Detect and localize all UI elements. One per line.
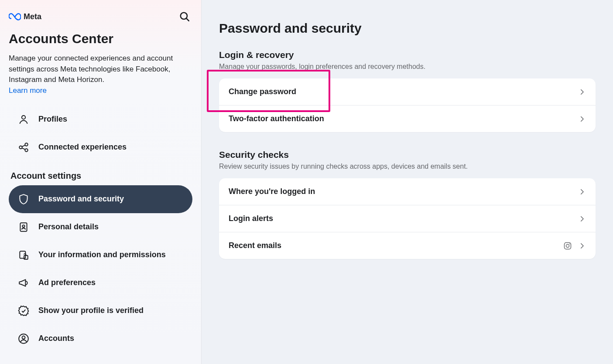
sidebar-item-label: Ad preferences: [38, 278, 96, 288]
chevron-right-icon: [578, 88, 586, 96]
group-desc-security-checks: Review security issues by running checks…: [219, 163, 596, 170]
meta-infinity-icon: [9, 13, 21, 20]
sidebar-item-label: Show your profile is verified: [38, 306, 144, 316]
group-desc-login-recovery: Manage your passwords, login preferences…: [219, 63, 596, 71]
section-heading-account-settings: Account settings: [9, 171, 192, 181]
svg-point-16: [569, 243, 570, 244]
sidebar-description: Manage your connected experiences and ac…: [9, 53, 192, 85]
main-content: Password and security Login & recovery M…: [202, 0, 613, 364]
chevron-right-icon: [578, 215, 586, 223]
search-button[interactable]: [177, 9, 192, 24]
sidebar-title: Accounts Center: [9, 31, 192, 46]
id-card-icon: [17, 221, 30, 233]
svg-line-1: [186, 18, 188, 20]
svg-point-9: [22, 225, 24, 227]
svg-line-7: [22, 148, 25, 150]
sidebar-item-info-permissions[interactable]: Your information and permissions: [9, 241, 192, 269]
group-title-login-recovery: Login & recovery: [219, 50, 596, 60]
svg-point-13: [22, 336, 25, 339]
chevron-right-icon: [578, 115, 586, 123]
sidebar-item-accounts[interactable]: Accounts: [9, 325, 192, 353]
sidebar-item-password-security[interactable]: Password and security: [9, 185, 192, 213]
group-title-security-checks: Security checks: [219, 150, 596, 160]
sidebar-item-profiles[interactable]: Profiles: [9, 105, 192, 133]
svg-point-2: [22, 116, 25, 119]
svg-rect-10: [20, 251, 25, 258]
svg-point-4: [25, 143, 28, 146]
permissions-icon: [17, 249, 30, 261]
profile-icon: [17, 113, 30, 126]
card-list-security-checks: Where you're logged in Login alerts Rece…: [219, 178, 596, 259]
sidebar-item-personal-details[interactable]: Personal details: [9, 213, 192, 241]
sidebar-item-label: Profiles: [38, 114, 67, 124]
sidebar-item-label: Your information and permissions: [38, 250, 166, 260]
card-item-where-logged-in[interactable]: Where you're logged in: [219, 178, 596, 205]
sidebar-item-label: Connected experiences: [38, 142, 127, 152]
card-label: Change password: [229, 87, 296, 96]
card-label: Two-factor authentication: [229, 114, 324, 123]
account-circle-icon: [17, 333, 30, 345]
card-label: Login alerts: [229, 214, 273, 223]
sidebar-item-label: Accounts: [38, 333, 74, 344]
sidebar-item-label: Password and security: [38, 194, 124, 204]
svg-line-6: [22, 145, 25, 146]
card-item-recent-emails[interactable]: Recent emails: [219, 232, 596, 259]
sidebar-item-connected-experiences[interactable]: Connected experiences: [9, 133, 192, 161]
card-item-change-password[interactable]: Change password: [219, 78, 596, 105]
sidebar-item-verified-profile[interactable]: Show your profile is verified: [9, 297, 192, 325]
card-label: Where you're logged in: [229, 187, 315, 196]
shield-icon: [17, 193, 30, 205]
svg-point-5: [25, 149, 28, 152]
card-item-login-alerts[interactable]: Login alerts: [219, 205, 596, 232]
megaphone-icon: [17, 277, 30, 289]
verified-badge-icon: [17, 305, 30, 317]
chevron-right-icon: [578, 188, 586, 196]
instagram-icon: [563, 242, 572, 250]
svg-point-15: [566, 244, 569, 247]
svg-point-3: [19, 146, 22, 149]
chevron-right-icon: [578, 242, 586, 250]
card-item-two-factor[interactable]: Two-factor authentication: [219, 105, 596, 132]
card-label: Recent emails: [229, 241, 281, 250]
sidebar: Meta Accounts Center Manage your connect…: [0, 0, 202, 364]
meta-logo: Meta: [9, 12, 41, 21]
connected-icon: [17, 141, 30, 153]
card-list-login-recovery: Change password Two-factor authenticatio…: [219, 78, 596, 132]
brand-name: Meta: [24, 12, 41, 21]
sidebar-header: Meta: [9, 9, 192, 24]
sidebar-item-ad-preferences[interactable]: Ad preferences: [9, 269, 192, 297]
page-title: Password and security: [219, 21, 596, 36]
search-icon: [179, 11, 190, 22]
sidebar-item-label: Personal details: [38, 222, 99, 232]
learn-more-link[interactable]: Learn more: [9, 86, 47, 95]
